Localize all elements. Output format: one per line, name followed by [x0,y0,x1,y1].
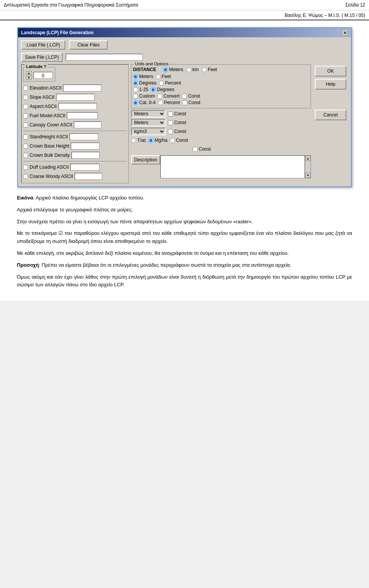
percent-option[interactable]: Percent [159,80,181,86]
canopy-percent-option[interactable]: Percent [158,100,180,105]
meters-option[interactable]: Meters [163,67,183,72]
convert-checkbox-label[interactable]: Convert [157,93,180,99]
crown-base-height-checkbox[interactable] [23,144,28,149]
help-button[interactable]: Help [315,79,346,90]
save-file-input[interactable] [66,54,143,61]
one25-radio[interactable] [133,87,138,92]
duff-loading-ascii-label: Duff Loading ASCII [30,164,69,170]
elevation-ascii-row: Elevation ASCII [23,84,127,92]
crownbase-const-checkbox[interactable] [168,120,173,125]
coarse-const-checkbox[interactable] [193,147,198,152]
header-left: Διπλωματική Εργασία στα Γεωγραφικά Πληρο… [4,2,138,8]
crown-base-height-row: Crown Base Height [23,142,127,150]
scroll-up-arrow[interactable]: ▲ [305,156,311,161]
slope-ascii-checkbox[interactable] [23,95,28,100]
spinner-down-arrow[interactable]: ▼ [26,76,32,80]
standheight-const-text: Const [174,111,186,116]
duff-loading-ascii-input[interactable] [70,164,100,171]
paragraph-1: Αρχικά επιλέγουμε το γεωγραφικό πλάτος σ… [17,206,352,214]
description-button[interactable]: Description [131,155,160,164]
tac-label: T/ac [137,138,146,143]
tac-option[interactable]: T/ac [131,138,146,143]
cancel-button[interactable]: Cancel [315,110,346,120]
opt-meters-option[interactable]: Meters [133,74,153,79]
crownbulk-dropdown-row: kg/m3 lb/ft3 Const [131,128,311,135]
custom-checkbox[interactable] [133,94,138,99]
slope-ascii-input[interactable] [56,94,95,101]
crownbulk-select[interactable]: kg/m3 lb/ft3 [131,128,166,135]
coarse-woody-ascii-checkbox[interactable] [23,174,28,179]
canopy-cover-ascii-input[interactable] [74,121,101,128]
save-file-button[interactable]: Save File (.LCP) [21,53,63,62]
const-fuel-checkbox[interactable] [182,94,187,99]
mgha-radio[interactable] [148,138,153,143]
clear-files-button[interactable]: Clear Files [69,40,108,50]
canopy-const-checkbox[interactable] [182,100,187,105]
opt-feet-radio[interactable] [156,74,161,79]
spinner-up-arrow[interactable]: ▲ [26,71,32,75]
description-section: Description ▲ ▼ [131,155,311,178]
cat04-label: Cat. 0-4 [139,100,156,105]
meters-radio[interactable] [163,67,168,72]
standheight-const-label[interactable]: Const [168,111,186,116]
cat04-option[interactable]: Cat. 0-4 [133,100,156,105]
top-buttons-row: Load File (.LCP) Clear Files [21,40,348,50]
duff-loading-ascii-checkbox[interactable] [23,165,28,170]
standheight-ascii-label: StandHeight ASCII [30,134,68,140]
asp-degrees-option[interactable]: Degrees [151,87,174,92]
km-option[interactable]: km [186,67,199,72]
fuel-model-ascii-input[interactable] [67,112,98,119]
aspect-ascii-checkbox[interactable] [23,104,28,109]
slope-ascii-row: Slope ASCII [23,93,127,101]
crownbase-select[interactable]: Meters Feet [131,119,166,126]
mgha-option[interactable]: Mg/ha [148,138,167,143]
elevation-ascii-input[interactable] [63,85,101,91]
ok-button[interactable]: OK [315,66,346,76]
canopy-percent-radio[interactable] [158,100,163,105]
coarse-const-label[interactable]: Const [193,146,211,152]
km-radio[interactable] [186,67,191,72]
degrees-radio[interactable] [133,81,138,86]
canopy-cover-ascii-checkbox[interactable] [23,123,28,128]
percent-label: Percent [165,80,181,86]
feet-radio[interactable] [202,67,207,72]
coarse-woody-ascii-row: Coarse Woody ASCII [23,172,127,181]
crown-bulk-density-checkbox[interactable] [23,153,28,158]
standheight-const-checkbox[interactable] [168,111,173,116]
crownbulk-const-label[interactable]: Const [168,129,186,134]
cat04-radio[interactable] [133,100,138,105]
description-textarea[interactable] [160,155,305,178]
percent-radio[interactable] [159,81,164,86]
standheight-ascii-checkbox[interactable] [23,135,28,140]
elevation-ascii-checkbox[interactable] [23,86,28,91]
standheight-select[interactable]: Meters Feet [131,110,166,118]
crown-base-height-input[interactable] [71,143,100,149]
cat-percent-const-row: Cat. 0-4 Percent Const [133,100,309,105]
feet-label: Feet [208,67,217,72]
scroll-down-arrow[interactable]: ▼ [305,173,311,178]
asp-degrees-radio[interactable] [151,87,156,92]
text-content: Εικόνα: Αρχικό πλαίσιο δημιουργίας LCP α… [5,190,364,297]
load-file-button[interactable]: Load File (.LCP) [21,40,65,50]
custom-checkbox-label[interactable]: Custom [133,93,155,99]
opt-meters-radio[interactable] [133,74,138,79]
crownbulk-const-checkbox[interactable] [168,129,173,134]
canopy-cover-ascii-label: Canopy Cover ASCII [30,122,72,128]
convert-checkbox[interactable] [157,94,162,99]
coarse-woody-ascii-input[interactable] [75,173,102,180]
duff-const-label[interactable]: Const [170,138,188,143]
fuel-model-ascii-checkbox[interactable] [23,113,28,118]
feet-option[interactable]: Feet [202,67,217,72]
dialog-close-button[interactable]: ✕ [342,30,348,36]
const-checkbox-label[interactable]: Const [182,93,200,99]
degrees-option[interactable]: Degrees [133,80,156,86]
tac-radio[interactable] [131,138,136,143]
crownbase-const-label[interactable]: Const [168,120,186,125]
aspect-ascii-input[interactable] [58,103,97,110]
opt-feet-option[interactable]: Feet [156,74,171,79]
standheight-ascii-input[interactable] [70,133,98,140]
duff-const-checkbox[interactable] [170,138,175,143]
canopy-const-label[interactable]: Const [182,100,200,105]
one25-option[interactable]: 1-25 [133,87,148,92]
crown-bulk-density-input[interactable] [71,152,100,159]
